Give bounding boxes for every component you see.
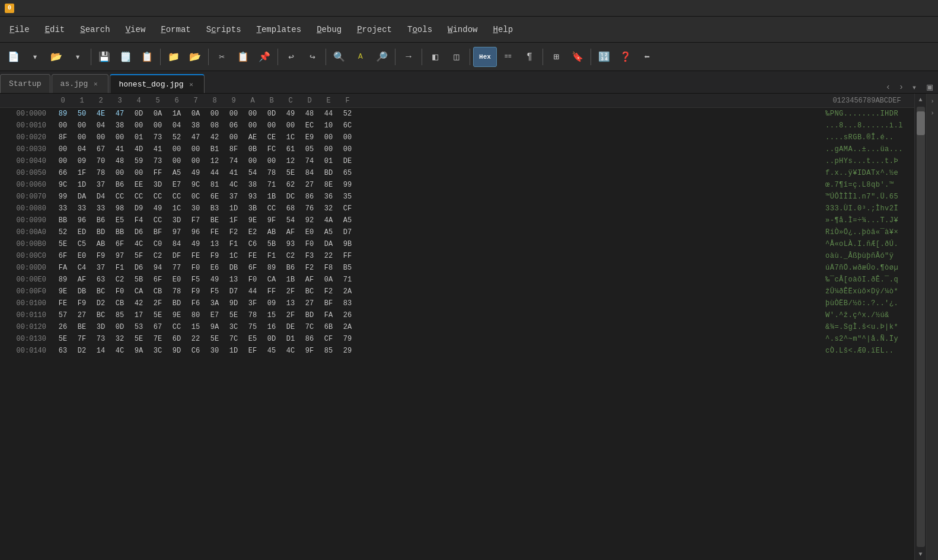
hex-byte[interactable]: F1 [262, 252, 281, 260]
hex-byte[interactable]: DE [281, 323, 300, 331]
hex-byte[interactable]: F0 [243, 276, 262, 284]
hex-byte[interactable]: 97 [110, 252, 129, 260]
hex-byte[interactable]: BE [72, 323, 91, 331]
hex-byte[interactable]: F0 [300, 240, 319, 248]
table-row[interactable]: 00:00F09EDBBCF0CACB78F9F5D744FF2FBCF22Až… [0, 286, 914, 297]
hex-byte[interactable]: E5 [110, 216, 129, 225]
hex-byte[interactable]: 9C [186, 181, 205, 189]
hex-byte[interactable]: 3D [91, 323, 110, 331]
hex-byte[interactable]: 49 [186, 240, 205, 248]
hex-byte[interactable]: 3F [243, 299, 262, 308]
hex-byte[interactable]: FC [262, 145, 281, 153]
hex-byte[interactable]: 76 [300, 204, 319, 213]
hex-byte[interactable]: 00 [319, 145, 338, 153]
hex-byte[interactable]: 9D [167, 347, 186, 355]
hex-byte[interactable]: 27 [300, 299, 319, 308]
hex-byte[interactable]: 0A [319, 276, 338, 284]
new-dropdown-button[interactable]: ▾ [25, 47, 45, 67]
bookmark-button[interactable]: 🔖 [567, 47, 588, 67]
hex-byte[interactable]: 7C [300, 323, 319, 331]
table-row[interactable]: 00:00B05EC5AB6F4CC0844913F1C65B93F0DA9B^… [0, 238, 914, 250]
hex-byte[interactable]: BD [167, 299, 186, 308]
hex-byte[interactable]: 47 [110, 110, 129, 118]
hex-byte[interactable]: 00 [129, 121, 148, 130]
hex-byte[interactable]: 6F [148, 276, 167, 284]
hex-byte[interactable]: 26 [338, 311, 357, 319]
hex-byte[interactable]: CF [338, 204, 357, 213]
hex-byte[interactable]: 86 [300, 193, 319, 201]
hex-byte[interactable]: 1C [281, 133, 300, 142]
hex-byte[interactable]: 36 [319, 193, 338, 201]
hex-byte[interactable]: 49 [186, 169, 205, 177]
hex-byte[interactable]: 1B [262, 193, 281, 201]
hex-byte[interactable]: 38 [243, 181, 262, 189]
hex-byte[interactable]: 84 [300, 169, 319, 177]
hex-view-button[interactable]: Hex [473, 47, 497, 67]
hex-byte[interactable]: 04 [167, 121, 186, 130]
hex-byte[interactable]: 00 [243, 121, 262, 130]
table-row[interactable]: 00:008033333398D9491C30B31D3BCC687632CF3… [0, 203, 914, 215]
hex-byte[interactable]: 89 [53, 110, 72, 118]
hex-byte[interactable]: 99 [53, 193, 72, 201]
hex-byte[interactable]: C4 [72, 264, 91, 272]
hex-byte[interactable]: BD [319, 169, 338, 177]
hex-byte[interactable]: 3B [243, 204, 262, 213]
hex-byte[interactable]: 96 [72, 216, 91, 225]
paste-button[interactable]: 📌 [254, 47, 275, 67]
find-button[interactable]: 🔍 [329, 47, 349, 67]
hex-byte[interactable]: 00 [224, 110, 243, 118]
redo-button[interactable]: ↪ [302, 47, 323, 67]
hex-byte[interactable]: 8E [319, 181, 338, 189]
hex-byte[interactable]: 50 [72, 110, 91, 118]
hex-byte[interactable]: FA [319, 311, 338, 319]
hex-byte[interactable]: CC [167, 193, 186, 201]
hex-byte[interactable]: 01 [129, 133, 148, 142]
hex-byte[interactable]: CC [167, 323, 186, 331]
hex-byte[interactable]: FE [186, 252, 205, 260]
hex-byte[interactable]: 1D [224, 347, 243, 355]
hex-byte[interactable]: 0A [148, 110, 167, 118]
hex-byte[interactable]: 33 [53, 204, 72, 213]
find-all-button[interactable]: 🔎 [372, 47, 392, 67]
table-row[interactable]: 00:01305E7F73325E7E6D225E7CE50DD186CF79^… [0, 333, 914, 345]
hex-byte[interactable]: BB [110, 228, 129, 236]
menu-search[interactable]: Search [73, 21, 117, 38]
expand-right-button[interactable]: › [927, 96, 938, 107]
hex-byte[interactable]: BD [91, 228, 110, 236]
hex-byte[interactable]: CF [319, 335, 338, 343]
hex-byte[interactable]: 2F [148, 299, 167, 308]
menu-tools[interactable]: Tools [400, 21, 439, 38]
hex-byte[interactable]: F9 [91, 252, 110, 260]
hex-byte[interactable]: 4E [91, 110, 110, 118]
hex-byte[interactable]: 78 [91, 169, 110, 177]
hex-byte[interactable]: 00 [53, 121, 72, 130]
hex-byte[interactable]: D2 [72, 347, 91, 355]
hex-byte[interactable]: E7 [167, 181, 186, 189]
hex-byte[interactable]: E5 [243, 335, 262, 343]
hex-byte[interactable]: 37 [91, 181, 110, 189]
tab-as-jpg[interactable]: as.jpg ✕ [52, 74, 109, 93]
hex-byte[interactable]: 2F [281, 287, 300, 296]
hex-byte[interactable]: F6 [186, 299, 205, 308]
hex-byte[interactable]: FF [148, 169, 167, 177]
hex-byte[interactable]: 79 [338, 335, 357, 343]
hex-byte[interactable]: 57 [53, 311, 72, 319]
hex-byte[interactable]: 68 [281, 204, 300, 213]
hex-byte[interactable]: 35 [338, 193, 357, 201]
hex-byte[interactable]: 78 [262, 169, 281, 177]
hex-byte[interactable]: 00 [167, 145, 186, 153]
table-row[interactable]: 00:0030000467414D410000B18F0BFC61050000.… [0, 143, 914, 155]
scroll-down-button[interactable]: ▼ [915, 548, 927, 560]
hex-byte[interactable]: 38 [110, 121, 129, 130]
open-file-button[interactable]: 📂 [46, 47, 66, 67]
hex-byte[interactable]: DC [281, 193, 300, 201]
hex-byte[interactable]: 73 [148, 133, 167, 142]
table-row[interactable]: 00:00E089AF63C25B6FE0F54913F0CA1BAF0A71‰… [0, 274, 914, 286]
hex-byte[interactable]: 99 [338, 181, 357, 189]
hex-byte[interactable]: F5 [186, 276, 205, 284]
hex-byte[interactable]: F9 [72, 299, 91, 308]
hex-byte[interactable]: 3A [205, 299, 224, 308]
hex-byte[interactable]: 5E [129, 335, 148, 343]
hex-byte[interactable]: 49 [148, 204, 167, 213]
back-button[interactable]: ⬅ [637, 47, 657, 67]
